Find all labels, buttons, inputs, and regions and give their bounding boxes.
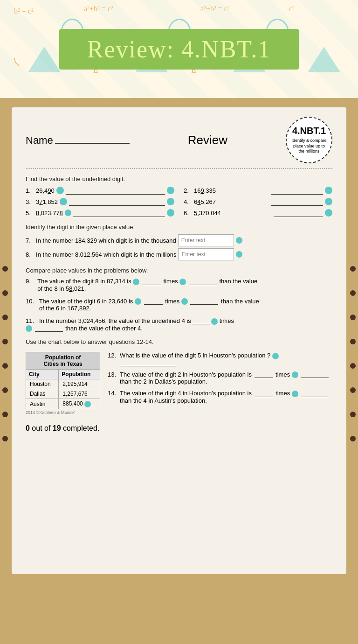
prob-num-inline: 9. [26, 278, 36, 285]
teal-dot [325, 187, 332, 194]
problem-8-input[interactable] [178, 248, 234, 260]
teal-dot [60, 198, 67, 205]
teal-dot [133, 279, 139, 285]
page-title: Review: 4.NBT.1 [87, 35, 271, 63]
population-questions: 12. What is the value of the digit 5 in … [108, 352, 332, 409]
problem-1: 1. 26,490 [26, 186, 174, 195]
teal-dot [167, 187, 174, 194]
completion-label: completed. [63, 424, 99, 432]
prob-value: 169,335 [194, 187, 216, 194]
population-section: Population ofCities in Texas City Popula… [26, 352, 332, 415]
prob-text: In the number 8,012,564 which digit is i… [33, 251, 177, 258]
name-field: Name [26, 133, 130, 147]
teal-dot [135, 298, 141, 305]
teal-dot [65, 210, 71, 216]
prob-num-inline: 10. [26, 298, 37, 305]
worksheet-header: Name Review 4.NBT.1 Identify & compare p… [26, 117, 332, 169]
prob-num: 2. [184, 187, 192, 194]
prob-value: 5,370,044 [194, 210, 221, 217]
standard-desc: Identify & compare place value up to the… [290, 138, 328, 154]
blank [255, 378, 273, 378]
city-name: Austin [26, 399, 59, 409]
prob-num: 5. [26, 210, 34, 217]
problem-4: 4. 645,267 [184, 197, 332, 206]
teal-dot [325, 198, 332, 205]
prob-num-inline: 11. [26, 317, 37, 324]
col-header-pop: Population [59, 370, 100, 379]
title-box: Review: 4.NBT.1 [59, 29, 299, 70]
worksheet: Name Review 4.NBT.1 Identify & compare p… [12, 107, 346, 574]
side-dot [2, 315, 8, 320]
teal-dot [272, 353, 279, 359]
prob-value: 26,490 [36, 187, 55, 194]
side-dots-right [348, 247, 358, 574]
doodle-formula: b² = c² [14, 7, 34, 15]
population-table-container: Population ofCities in Texas City Popula… [26, 352, 100, 415]
blank [190, 304, 218, 305]
standard-circle: 4.NBT.1 Identify & compare place value u… [286, 117, 332, 163]
prob-content: 10. The value of the digit 6 in 23,640 i… [26, 298, 332, 312]
completion-bar: 0 out of 19 completed. [26, 424, 332, 433]
teal-dot [325, 209, 332, 217]
side-dot [2, 363, 8, 369]
problem-6: 6. 5,370,044 [184, 209, 332, 217]
answer-line [73, 209, 165, 217]
name-label: Name [26, 134, 53, 147]
teal-dot [211, 318, 218, 325]
doodle-formula4: c² [289, 5, 295, 13]
prob-value: 8,023,778 [36, 210, 63, 217]
name-underline [55, 133, 130, 144]
prob-num: 7. [26, 237, 31, 244]
prob-content: 11. In the number 3,024,456, the value o… [26, 317, 332, 332]
problem-14: 14. The value of the digit 4 in Houston'… [108, 390, 332, 404]
prob-value: 371,852 [36, 198, 58, 205]
section2-instruction: Identify the digit in the given place va… [26, 224, 332, 231]
prob-num: 13. [108, 371, 117, 378]
teal-dot [181, 298, 188, 305]
problem-11: 11. In the number 3,024,456, the value o… [26, 317, 332, 332]
copyright: 2014 ©Kathleen & Mande' [26, 410, 100, 415]
side-dots-left [0, 247, 10, 574]
bottom-area [0, 583, 358, 644]
teal-dot [167, 209, 174, 217]
teal-dot [56, 187, 64, 194]
prob-num: 14. [108, 390, 117, 397]
teal-dot [292, 391, 298, 397]
problem-7-input[interactable] [178, 234, 234, 246]
completion-sep: out of [32, 424, 52, 432]
blank [35, 331, 63, 332]
side-dot [2, 412, 8, 417]
side-dot [2, 387, 8, 393]
review-label: Review [188, 133, 227, 147]
table-title: Population ofCities in Texas [26, 352, 100, 370]
blank [255, 397, 273, 397]
side-dot [2, 436, 8, 441]
section3-instruction: Compare place values in the problems bel… [26, 267, 332, 274]
doodle-formula3: a²+b² = c² [200, 5, 230, 13]
prob-num: 4. [184, 198, 192, 205]
table-row: Houston 2,195,914 [26, 379, 100, 389]
side-dot [350, 266, 356, 272]
prob-content: What is the value of the digit 5 in Hous… [120, 352, 332, 366]
city-name: Houston [26, 379, 59, 389]
side-dot [350, 363, 356, 369]
prob-num: 1. [26, 187, 34, 194]
problem-3: 3. 371,852 [26, 197, 174, 206]
answer-line [121, 366, 177, 366]
city-pop: 2,195,914 [59, 379, 100, 389]
prob-num: 3. [26, 198, 34, 205]
prob-num: 12. [108, 352, 117, 359]
teal-dot [26, 325, 32, 332]
standard-code: 4.NBT.1 [292, 126, 326, 136]
teal-dot [236, 251, 242, 258]
blank [144, 304, 163, 305]
total-count: 19 [53, 424, 61, 432]
doodle-formula2: a²+b² = c² [84, 5, 113, 13]
main-area: Name Review 4.NBT.1 Identify & compare p… [0, 107, 358, 574]
city-pop: 885,400 [59, 399, 100, 409]
completed-count: 0 [26, 424, 30, 432]
blank [189, 285, 217, 285]
answer-line [66, 186, 165, 195]
teal-dot [236, 237, 242, 244]
problem-8: 8. In the number 8,012,564 which digit i… [26, 248, 332, 260]
